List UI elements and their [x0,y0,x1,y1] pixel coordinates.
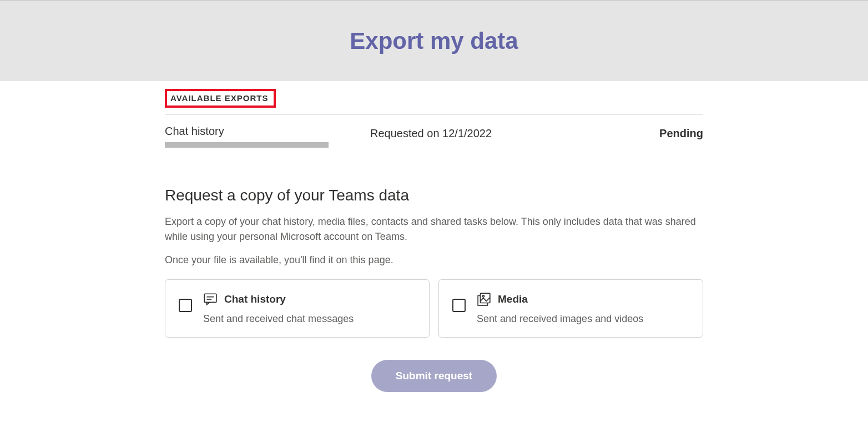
export-progress-bar [165,142,329,148]
request-description: Export a copy of your chat history, medi… [165,214,703,244]
option-header-media: Media [477,292,689,307]
export-requested-date: Requested on 12/1/2022 [370,125,659,140]
svg-rect-0 [204,294,216,302]
page-title: Export my data [0,28,868,54]
checkbox-media[interactable] [452,299,466,312]
option-card-chat-history[interactable]: Chat history Sent and received chat mess… [165,279,430,338]
option-title-chat: Chat history [224,293,286,305]
export-row: Chat history Requested on 12/1/2022 Pend… [165,115,703,153]
option-header-chat: Chat history [203,292,416,307]
checkbox-chat-history[interactable] [179,299,192,312]
export-status: Pending [659,125,703,140]
submit-request-button[interactable]: Submit request [371,360,497,392]
available-exports-highlight: AVAILABLE EXPORTS [165,89,276,108]
option-content-chat: Chat history Sent and received chat mess… [203,292,416,325]
option-cards: Chat history Sent and received chat mess… [165,279,703,338]
media-icon [477,292,491,307]
option-title-media: Media [498,293,528,305]
request-section: Request a copy of your Teams data Export… [165,187,703,392]
option-subtitle-media: Sent and received images and videos [477,313,689,325]
submit-wrapper: Submit request [165,360,703,392]
option-subtitle-chat: Sent and received chat messages [203,313,416,325]
available-exports-label: AVAILABLE EXPORTS [170,93,268,103]
option-card-media[interactable]: Media Sent and received images and video… [438,279,703,338]
export-left: Chat history [165,125,370,148]
option-content-media: Media Sent and received images and video… [477,292,689,325]
header-banner: Export my data [0,0,868,81]
content-area: AVAILABLE EXPORTS Chat history Requested… [159,89,709,392]
request-note: Once your file is available, you'll find… [165,254,703,266]
svg-point-4 [482,295,484,297]
available-exports-header: AVAILABLE EXPORTS [165,89,703,115]
svg-rect-3 [481,293,490,303]
chat-icon [203,292,218,307]
export-name: Chat history [165,125,370,138]
request-title: Request a copy of your Teams data [165,187,703,204]
